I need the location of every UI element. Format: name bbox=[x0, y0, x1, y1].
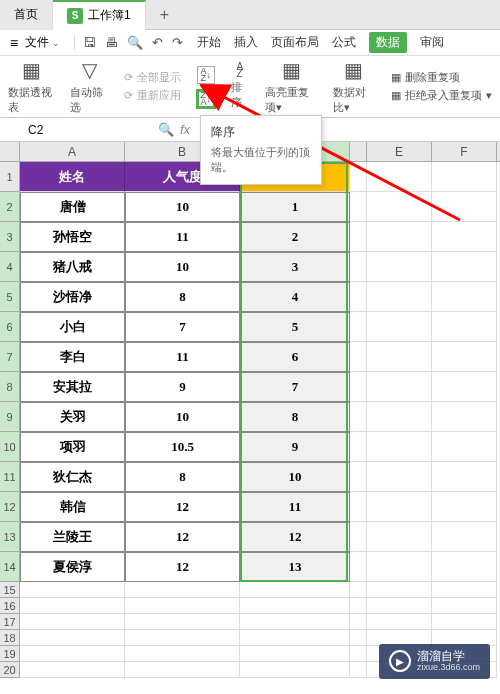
cell-name[interactable]: 安其拉 bbox=[20, 372, 125, 402]
tab-data[interactable]: 数据 bbox=[369, 32, 407, 53]
row-header[interactable]: 20 bbox=[0, 662, 20, 678]
reject-dup[interactable]: ▦ 拒绝录入重复项▾ bbox=[391, 88, 492, 103]
col-header-f[interactable]: F bbox=[432, 142, 497, 161]
cell[interactable] bbox=[432, 552, 497, 582]
cell[interactable] bbox=[20, 614, 125, 630]
filter-group[interactable]: ▽ 自动筛选 bbox=[70, 58, 107, 115]
cell[interactable] bbox=[350, 252, 367, 282]
sort-group[interactable]: AZ 排序 bbox=[231, 63, 250, 110]
tab-workbook[interactable]: S 工作簿1 bbox=[53, 0, 146, 30]
print-icon[interactable]: 🖶 bbox=[105, 35, 118, 50]
cell[interactable] bbox=[367, 372, 432, 402]
cell-name[interactable]: 项羽 bbox=[20, 432, 125, 462]
cell-name[interactable]: 唐僧 bbox=[20, 192, 125, 222]
cell[interactable] bbox=[432, 252, 497, 282]
cell[interactable] bbox=[240, 598, 350, 614]
cell-popularity[interactable]: 9 bbox=[125, 372, 240, 402]
redo-icon[interactable]: ↷ bbox=[172, 35, 183, 50]
cell-helper[interactable]: 1 bbox=[240, 192, 350, 222]
cell[interactable] bbox=[432, 162, 497, 192]
cell[interactable] bbox=[240, 630, 350, 646]
pivot-group[interactable]: ▦ 数据透视表 bbox=[8, 58, 54, 115]
cell[interactable] bbox=[350, 402, 367, 432]
cell[interactable] bbox=[432, 598, 497, 614]
cell[interactable] bbox=[350, 646, 367, 662]
sort-asc-button[interactable]: AZ↓ bbox=[197, 66, 215, 84]
cell[interactable] bbox=[125, 662, 240, 678]
cell[interactable] bbox=[350, 662, 367, 678]
fx-label[interactable]: fx bbox=[180, 122, 190, 137]
select-all-corner[interactable] bbox=[0, 142, 20, 161]
cell-popularity[interactable]: 10 bbox=[125, 402, 240, 432]
row-header[interactable]: 16 bbox=[0, 598, 20, 614]
tab-review[interactable]: 审阅 bbox=[420, 34, 444, 51]
cell[interactable] bbox=[350, 222, 367, 252]
cell[interactable] bbox=[240, 646, 350, 662]
cell-helper[interactable]: 9 bbox=[240, 432, 350, 462]
cell[interactable] bbox=[367, 462, 432, 492]
tab-formula[interactable]: 公式 bbox=[332, 34, 356, 51]
cell[interactable] bbox=[432, 222, 497, 252]
cell-helper[interactable]: 6 bbox=[240, 342, 350, 372]
cell-name[interactable]: 李白 bbox=[20, 342, 125, 372]
row-header[interactable]: 5 bbox=[0, 282, 20, 312]
cell-name[interactable]: 沙悟净 bbox=[20, 282, 125, 312]
cell-popularity[interactable]: 11 bbox=[125, 342, 240, 372]
header-name[interactable]: 姓名 bbox=[20, 162, 125, 192]
cell[interactable] bbox=[350, 162, 367, 192]
cell[interactable] bbox=[350, 582, 367, 598]
cell[interactable] bbox=[367, 402, 432, 432]
row-header[interactable]: 8 bbox=[0, 372, 20, 402]
cell[interactable] bbox=[367, 552, 432, 582]
highlight-dup-group[interactable]: ▦ 高亮重复项▾ bbox=[265, 58, 317, 115]
col-header-a[interactable]: A bbox=[20, 142, 125, 161]
cell[interactable] bbox=[432, 462, 497, 492]
cell[interactable] bbox=[350, 192, 367, 222]
cell[interactable] bbox=[350, 282, 367, 312]
remove-dup[interactable]: ▦ 删除重复项 bbox=[391, 70, 492, 85]
tab-start[interactable]: 开始 bbox=[197, 34, 221, 51]
cell-popularity[interactable]: 12 bbox=[125, 552, 240, 582]
cell[interactable] bbox=[350, 342, 367, 372]
row-header[interactable]: 12 bbox=[0, 492, 20, 522]
cell-name[interactable]: 孙悟空 bbox=[20, 222, 125, 252]
cell[interactable] bbox=[350, 598, 367, 614]
cell[interactable] bbox=[125, 598, 240, 614]
cell-popularity[interactable]: 10 bbox=[125, 252, 240, 282]
cell-helper[interactable]: 2 bbox=[240, 222, 350, 252]
row-header[interactable]: 19 bbox=[0, 646, 20, 662]
cell-helper[interactable]: 4 bbox=[240, 282, 350, 312]
row-header[interactable]: 9 bbox=[0, 402, 20, 432]
cell-name[interactable]: 夏侯淳 bbox=[20, 552, 125, 582]
search-icon[interactable]: 🔍 bbox=[158, 122, 174, 137]
tab-layout[interactable]: 页面布局 bbox=[271, 34, 319, 51]
cell[interactable] bbox=[367, 522, 432, 552]
col-header-e[interactable]: E bbox=[367, 142, 432, 161]
cell-helper[interactable]: 8 bbox=[240, 402, 350, 432]
cell[interactable] bbox=[350, 372, 367, 402]
cell[interactable] bbox=[350, 492, 367, 522]
row-header[interactable]: 2 bbox=[0, 192, 20, 222]
cell[interactable] bbox=[367, 282, 432, 312]
cell[interactable] bbox=[367, 598, 432, 614]
cell-name[interactable]: 猪八戒 bbox=[20, 252, 125, 282]
cell-popularity[interactable]: 10.5 bbox=[125, 432, 240, 462]
cell-popularity[interactable]: 8 bbox=[125, 462, 240, 492]
cell[interactable] bbox=[240, 662, 350, 678]
cell[interactable] bbox=[367, 614, 432, 630]
cell[interactable] bbox=[20, 582, 125, 598]
cell[interactable] bbox=[350, 522, 367, 552]
cell[interactable] bbox=[350, 432, 367, 462]
save-icon[interactable]: 🖫 bbox=[83, 35, 96, 50]
cell-popularity[interactable]: 10 bbox=[125, 192, 240, 222]
cell-helper[interactable]: 10 bbox=[240, 462, 350, 492]
cell[interactable] bbox=[432, 342, 497, 372]
cell[interactable] bbox=[350, 614, 367, 630]
cell[interactable] bbox=[240, 614, 350, 630]
undo-icon[interactable]: ↶ bbox=[152, 35, 163, 50]
cell[interactable] bbox=[20, 598, 125, 614]
row-header[interactable]: 1 bbox=[0, 162, 20, 192]
row-header[interactable]: 17 bbox=[0, 614, 20, 630]
cell[interactable] bbox=[367, 252, 432, 282]
col-header-d[interactable] bbox=[350, 142, 367, 161]
